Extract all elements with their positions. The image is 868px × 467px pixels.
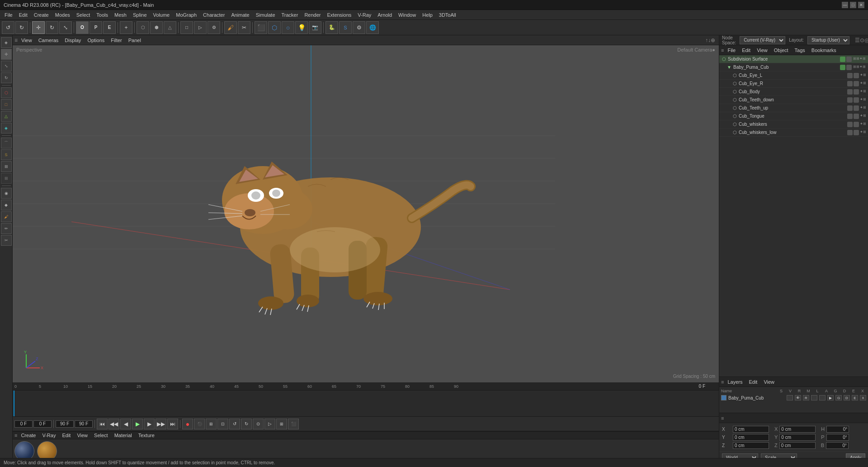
layer-e[interactable]: E xyxy=(852,395,858,400)
record-button[interactable]: ● xyxy=(182,419,193,429)
lt-paint[interactable]: △ xyxy=(1,111,12,122)
maximize-button[interactable]: □ xyxy=(850,2,856,8)
vp-panel[interactable]: Panel xyxy=(126,37,144,44)
tg-ctrl-1[interactable] xyxy=(847,114,853,119)
close-button[interactable]: ✕ xyxy=(858,2,864,8)
layer-g[interactable]: G xyxy=(835,395,842,400)
lt-cut[interactable]: ✂ xyxy=(1,235,12,246)
timeline-view-button[interactable]: ⊡ xyxy=(217,419,228,429)
node-space-select[interactable]: Current (V-Ray) xyxy=(740,36,785,44)
timeline-content[interactable] xyxy=(13,391,719,416)
layers-menu-item[interactable]: Layers xyxy=(725,378,745,386)
end-frame-display[interactable] xyxy=(56,420,74,428)
go-to-start-button[interactable]: ⏮ xyxy=(97,419,108,429)
menu-3dtoall[interactable]: 3DToAll xyxy=(436,11,459,19)
viewport[interactable]: Perspective Default Camera● Grid Spacing… xyxy=(13,45,719,382)
render-preview-button[interactable]: ▷ xyxy=(194,21,207,34)
mat-material[interactable]: Material xyxy=(112,432,135,439)
cache-button[interactable]: ⊞ xyxy=(276,419,287,429)
wh-ctrl-1[interactable] xyxy=(847,122,853,127)
camera-button[interactable]: 📷 xyxy=(309,21,321,34)
mat-texture[interactable]: Texture xyxy=(136,432,157,439)
om-view[interactable]: View xyxy=(754,47,770,54)
menu-tools[interactable]: Tools xyxy=(94,11,111,19)
snap-button[interactable]: ⬡ xyxy=(137,21,149,34)
lt-scale[interactable]: ⤡ xyxy=(1,61,12,71)
mat-edit[interactable]: Edit xyxy=(59,432,73,439)
menu-window[interactable]: Window xyxy=(396,11,419,19)
om-bookmarks[interactable]: Bookmarks xyxy=(809,47,839,54)
om-row-cub-body[interactable]: ⬡ Cub_Body ✦⊞ xyxy=(719,88,868,96)
loop2-button[interactable]: ↻ xyxy=(241,419,252,429)
prev-key-button[interactable]: ◀ xyxy=(120,419,131,429)
attr-x-pos[interactable] xyxy=(733,426,769,433)
layout-select[interactable]: Startup (User) xyxy=(807,36,849,44)
menu-vray[interactable]: V-Ray xyxy=(355,11,374,19)
mat-select[interactable]: Select xyxy=(91,432,111,439)
om-tags[interactable]: Tags xyxy=(792,47,808,54)
layer-m[interactable] xyxy=(811,395,817,400)
current-frame-input[interactable] xyxy=(33,420,52,428)
lt-box[interactable]: □ xyxy=(1,99,12,110)
wl-ctrl-2[interactable] xyxy=(854,130,859,135)
el-ctrl-2[interactable] xyxy=(854,73,859,78)
el-ctrl-1[interactable] xyxy=(847,73,853,78)
layers-row-baby-puma[interactable]: Baby_Puma_Cub 👁 R ▶ G D E X xyxy=(721,394,866,401)
preview-button[interactable]: ▷ xyxy=(264,419,275,429)
fps-display[interactable] xyxy=(75,420,93,428)
vp-icons[interactable]: ↑↓⊕ xyxy=(703,37,717,43)
next-frame-button[interactable]: ▶▶ xyxy=(156,419,166,429)
undo-button[interactable]: ↺ xyxy=(2,21,14,34)
attr-z-pos[interactable] xyxy=(733,442,769,449)
paint-button[interactable]: 🖌 xyxy=(224,21,237,34)
render-settings-button[interactable]: ⚙ xyxy=(208,21,220,34)
td-ctrl-2[interactable] xyxy=(854,97,859,103)
render-region-button[interactable]: □ xyxy=(180,21,193,34)
object-mode-button[interactable]: O xyxy=(76,21,89,34)
edge-mode-button[interactable]: E xyxy=(103,21,116,34)
lt-poly[interactable]: ⬡ xyxy=(1,87,12,98)
subdiv-ctrl-2[interactable] xyxy=(846,57,852,62)
right-panel-icons[interactable]: ☰⊙◎ xyxy=(855,37,868,43)
knife-button[interactable]: ✂ xyxy=(238,21,250,34)
menu-volume[interactable]: Volume xyxy=(151,11,173,19)
layer-x[interactable]: X xyxy=(860,395,866,400)
om-row-teeth-up[interactable]: ⬡ Cub_Teeth_up ✦⊞ xyxy=(719,104,868,112)
minimize-button[interactable]: — xyxy=(842,2,848,8)
wh-ctrl-2[interactable] xyxy=(854,122,859,127)
sync-button[interactable]: ⊙ xyxy=(253,419,264,429)
menu-create[interactable]: Create xyxy=(31,11,52,19)
layer-d[interactable]: D xyxy=(844,395,850,400)
om-row-subdiv[interactable]: ⬡ Subdivision Surface ⊞⊞✦⊞ xyxy=(719,55,868,63)
layers-edit[interactable]: Edit xyxy=(746,378,760,386)
lt-grab[interactable]: ◉ xyxy=(1,188,12,199)
script-button[interactable]: S xyxy=(339,21,352,34)
td-ctrl-1[interactable] xyxy=(847,97,853,103)
layer-s[interactable] xyxy=(787,395,793,400)
om-row-whiskers-low[interactable]: ⬡ Cub_whiskers_low ✦⊞ xyxy=(719,129,868,137)
mat-vray[interactable]: V-Ray xyxy=(39,432,58,439)
menu-tracker[interactable]: Tracker xyxy=(279,11,301,19)
snap3-button[interactable]: △ xyxy=(164,21,176,34)
menu-edit[interactable]: Edit xyxy=(16,11,30,19)
cb-ctrl-2[interactable] xyxy=(854,89,859,95)
lt-curve[interactable]: ⌒ xyxy=(1,138,12,148)
attr-y-pos[interactable] xyxy=(733,434,769,441)
snap2-button[interactable]: ⬢ xyxy=(150,21,163,34)
move-tool-button[interactable]: ✛ xyxy=(32,21,45,34)
om-row-teeth-down[interactable]: ⬡ Cub_Teeth_down ✦⊞ xyxy=(719,96,868,104)
scale-tool-button[interactable]: ⤡ xyxy=(59,21,72,34)
attr-h-rot[interactable] xyxy=(826,426,849,433)
add-button[interactable]: + xyxy=(120,21,132,34)
next-key-button[interactable]: ▶ xyxy=(144,419,155,429)
bp-ctrl-2[interactable] xyxy=(846,65,852,70)
om-file[interactable]: File xyxy=(725,47,738,54)
tu-ctrl-2[interactable] xyxy=(854,105,859,111)
light-button[interactable]: 💡 xyxy=(295,21,308,34)
play-button[interactable]: ▶ xyxy=(132,419,143,429)
attr-y-scale[interactable] xyxy=(779,434,816,441)
mat-view[interactable]: View xyxy=(74,432,90,439)
cb-ctrl-1[interactable] xyxy=(847,89,853,95)
menu-simulate[interactable]: Simulate xyxy=(253,11,278,19)
lt-spline[interactable]: S xyxy=(1,149,12,160)
